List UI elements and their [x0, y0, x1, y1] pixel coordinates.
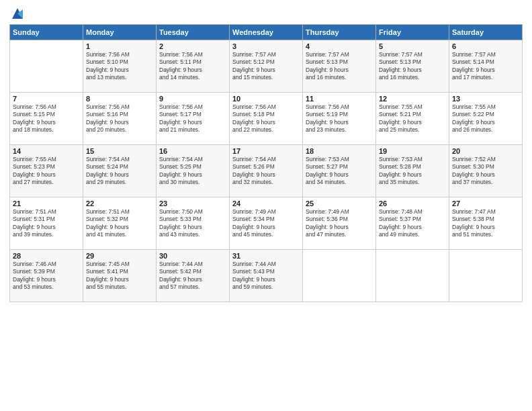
day-cell: 8Sunrise: 7:56 AM Sunset: 5:16 PM Daylig… — [83, 93, 157, 145]
day-info: Sunrise: 7:54 AM Sunset: 5:25 PM Dayligh… — [159, 156, 226, 187]
day-cell: 29Sunrise: 7:45 AM Sunset: 5:41 PM Dayli… — [83, 250, 157, 302]
day-cell: 7Sunrise: 7:56 AM Sunset: 5:15 PM Daylig… — [10, 93, 83, 145]
day-info: Sunrise: 7:53 AM Sunset: 5:28 PM Dayligh… — [379, 156, 446, 187]
day-info: Sunrise: 7:56 AM Sunset: 5:17 PM Dayligh… — [159, 103, 226, 134]
day-number: 2 — [159, 42, 226, 50]
weekday-header-monday: Monday — [83, 25, 157, 40]
day-number: 14 — [13, 147, 80, 155]
day-cell: 4Sunrise: 7:57 AM Sunset: 5:13 PM Daylig… — [303, 40, 376, 93]
day-number: 30 — [159, 252, 226, 260]
day-number: 19 — [379, 147, 446, 155]
day-info: Sunrise: 7:47 AM Sunset: 5:38 PM Dayligh… — [452, 208, 519, 239]
day-info: Sunrise: 7:51 AM Sunset: 5:31 PM Dayligh… — [13, 208, 80, 239]
day-number: 20 — [452, 147, 519, 155]
day-cell: 11Sunrise: 7:56 AM Sunset: 5:19 PM Dayli… — [303, 93, 376, 145]
day-number: 12 — [379, 95, 446, 103]
day-number: 5 — [379, 42, 446, 50]
weekday-header-friday: Friday — [376, 25, 449, 40]
day-cell: 3Sunrise: 7:57 AM Sunset: 5:12 PM Daylig… — [230, 40, 303, 93]
calendar-table: SundayMondayTuesdayWednesdayThursdayFrid… — [9, 24, 523, 302]
day-number: 7 — [13, 95, 80, 103]
day-cell: 1Sunrise: 7:56 AM Sunset: 5:10 PM Daylig… — [83, 40, 157, 93]
day-info: Sunrise: 7:56 AM Sunset: 5:15 PM Dayligh… — [13, 103, 80, 134]
day-number: 23 — [159, 199, 226, 208]
day-number: 29 — [86, 252, 153, 260]
day-cell: 27Sunrise: 7:47 AM Sunset: 5:38 PM Dayli… — [449, 197, 523, 250]
day-number: 31 — [232, 252, 300, 260]
week-row-5: 28Sunrise: 7:46 AM Sunset: 5:39 PM Dayli… — [10, 250, 523, 302]
day-info: Sunrise: 7:56 AM Sunset: 5:10 PM Dayligh… — [86, 51, 153, 82]
day-number: 25 — [306, 199, 373, 208]
logo-icon — [11, 7, 24, 20]
day-cell: 23Sunrise: 7:50 AM Sunset: 5:33 PM Dayli… — [157, 197, 230, 250]
day-number: 11 — [306, 95, 373, 103]
day-number: 1 — [86, 42, 153, 50]
day-number: 3 — [232, 42, 300, 50]
day-number: 27 — [452, 199, 519, 208]
day-cell: 15Sunrise: 7:54 AM Sunset: 5:24 PM Dayli… — [83, 145, 157, 197]
day-info: Sunrise: 7:54 AM Sunset: 5:24 PM Dayligh… — [86, 156, 153, 187]
day-number: 4 — [306, 42, 373, 50]
day-info: Sunrise: 7:57 AM Sunset: 5:14 PM Dayligh… — [452, 51, 519, 82]
week-row-2: 7Sunrise: 7:56 AM Sunset: 5:15 PM Daylig… — [10, 93, 523, 145]
day-info: Sunrise: 7:57 AM Sunset: 5:13 PM Dayligh… — [306, 51, 373, 82]
day-cell: 10Sunrise: 7:56 AM Sunset: 5:18 PM Dayli… — [230, 93, 303, 145]
day-cell: 9Sunrise: 7:56 AM Sunset: 5:17 PM Daylig… — [157, 93, 230, 145]
day-info: Sunrise: 7:44 AM Sunset: 5:43 PM Dayligh… — [232, 261, 300, 291]
weekday-header-wednesday: Wednesday — [230, 25, 303, 40]
day-info: Sunrise: 7:54 AM Sunset: 5:26 PM Dayligh… — [232, 156, 300, 187]
day-cell: 13Sunrise: 7:55 AM Sunset: 5:22 PM Dayli… — [449, 93, 523, 145]
day-info: Sunrise: 7:44 AM Sunset: 5:42 PM Dayligh… — [159, 261, 226, 291]
day-info: Sunrise: 7:52 AM Sunset: 5:30 PM Dayligh… — [452, 156, 519, 187]
day-cell — [449, 250, 523, 302]
day-number: 26 — [379, 199, 446, 208]
day-cell: 25Sunrise: 7:49 AM Sunset: 5:36 PM Dayli… — [303, 197, 376, 250]
day-cell: 19Sunrise: 7:53 AM Sunset: 5:28 PM Dayli… — [376, 145, 449, 197]
day-cell: 12Sunrise: 7:55 AM Sunset: 5:21 PM Dayli… — [376, 93, 449, 145]
day-cell: 28Sunrise: 7:46 AM Sunset: 5:39 PM Dayli… — [10, 250, 83, 302]
day-number: 9 — [159, 95, 226, 103]
day-info: Sunrise: 7:55 AM Sunset: 5:21 PM Dayligh… — [379, 103, 446, 134]
day-cell: 16Sunrise: 7:54 AM Sunset: 5:25 PM Dayli… — [157, 145, 230, 197]
weekday-header-sunday: Sunday — [10, 25, 83, 40]
day-cell: 20Sunrise: 7:52 AM Sunset: 5:30 PM Dayli… — [449, 145, 523, 197]
day-cell — [376, 250, 449, 302]
day-info: Sunrise: 7:56 AM Sunset: 5:16 PM Dayligh… — [86, 103, 153, 134]
day-number: 16 — [159, 147, 226, 155]
day-number: 17 — [232, 147, 300, 155]
logo — [9, 7, 24, 20]
day-info: Sunrise: 7:53 AM Sunset: 5:27 PM Dayligh… — [306, 156, 373, 187]
day-cell — [10, 40, 83, 93]
day-number: 10 — [232, 95, 300, 103]
day-cell — [303, 250, 376, 302]
day-number: 13 — [452, 95, 519, 103]
day-cell: 21Sunrise: 7:51 AM Sunset: 5:31 PM Dayli… — [10, 197, 83, 250]
day-number: 24 — [232, 199, 300, 208]
weekday-header-thursday: Thursday — [303, 25, 376, 40]
week-row-3: 14Sunrise: 7:55 AM Sunset: 5:23 PM Dayli… — [10, 145, 523, 197]
weekday-header-saturday: Saturday — [449, 25, 523, 40]
day-info: Sunrise: 7:51 AM Sunset: 5:32 PM Dayligh… — [86, 208, 153, 239]
day-info: Sunrise: 7:48 AM Sunset: 5:37 PM Dayligh… — [379, 208, 446, 239]
day-info: Sunrise: 7:50 AM Sunset: 5:33 PM Dayligh… — [159, 208, 226, 239]
day-number: 8 — [86, 95, 153, 103]
day-cell: 26Sunrise: 7:48 AM Sunset: 5:37 PM Dayli… — [376, 197, 449, 250]
day-cell: 31Sunrise: 7:44 AM Sunset: 5:43 PM Dayli… — [230, 250, 303, 302]
day-number: 6 — [452, 42, 519, 50]
week-row-4: 21Sunrise: 7:51 AM Sunset: 5:31 PM Dayli… — [10, 197, 523, 250]
day-info: Sunrise: 7:57 AM Sunset: 5:13 PM Dayligh… — [379, 51, 446, 82]
day-number: 22 — [86, 199, 153, 208]
day-info: Sunrise: 7:46 AM Sunset: 5:39 PM Dayligh… — [13, 261, 80, 291]
day-number: 21 — [13, 199, 80, 208]
day-cell: 24Sunrise: 7:49 AM Sunset: 5:34 PM Dayli… — [230, 197, 303, 250]
page-header — [9, 7, 523, 20]
day-info: Sunrise: 7:45 AM Sunset: 5:41 PM Dayligh… — [86, 261, 153, 291]
day-cell: 14Sunrise: 7:55 AM Sunset: 5:23 PM Dayli… — [10, 145, 83, 197]
day-info: Sunrise: 7:49 AM Sunset: 5:36 PM Dayligh… — [306, 208, 373, 239]
day-number: 15 — [86, 147, 153, 155]
day-cell: 30Sunrise: 7:44 AM Sunset: 5:42 PM Dayli… — [157, 250, 230, 302]
day-info: Sunrise: 7:57 AM Sunset: 5:12 PM Dayligh… — [232, 51, 300, 82]
day-info: Sunrise: 7:49 AM Sunset: 5:34 PM Dayligh… — [232, 208, 300, 239]
day-cell: 5Sunrise: 7:57 AM Sunset: 5:13 PM Daylig… — [376, 40, 449, 93]
day-cell: 6Sunrise: 7:57 AM Sunset: 5:14 PM Daylig… — [449, 40, 523, 93]
